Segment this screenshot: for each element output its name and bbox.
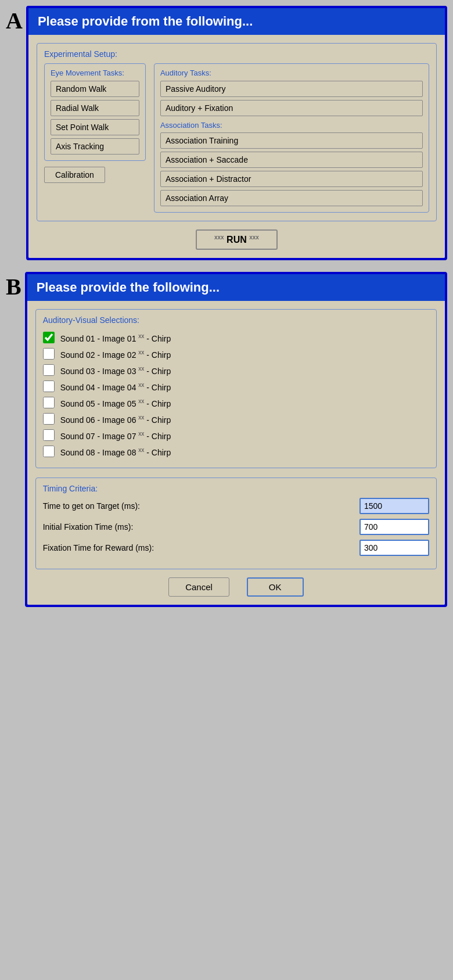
timing-label-1: Time to get on Target (ms): [43,501,359,511]
axis-tracking-button[interactable]: Axis Tracking [51,138,139,155]
association-tasks-label: Association Tasks: [160,121,423,130]
checkbox-5[interactable] [43,397,55,408]
passive-auditory-button[interactable]: Passive Auditory [160,81,423,97]
panel-a: Please provide from the following... Exp… [26,6,447,260]
timing-label-2: Initial Fixation Time (ms): [43,522,359,532]
list-item: Sound 06 - Image 06 xx - Chirp [43,411,429,427]
timing-criteria-box: Timing Criteria: Time to get on Target (… [35,478,437,569]
checkbox-7[interactable] [43,429,55,441]
timing-criteria-label: Timing Criteria: [43,484,429,493]
association-array-button[interactable]: Association Array [160,190,423,206]
auditory-association-column: Auditory Tasks: Passive Auditory Auditor… [154,63,429,213]
checkbox-4[interactable] [43,380,55,392]
av-label: Auditory-Visual Selections: [43,315,429,325]
checkbox-6[interactable] [43,413,55,425]
list-item: Sound 04 - Image 04 xx - Chirp [43,378,429,394]
checkbox-3[interactable] [43,364,55,376]
checkbox-8[interactable] [43,446,55,457]
association-training-button[interactable]: Association Training [160,132,423,149]
cancel-button[interactable]: Cancel [168,577,229,597]
timing-label-3: Fixation Time for Reward (ms): [43,543,359,552]
association-distractor-button[interactable]: Association + Distractor [160,171,423,187]
panel-a-wrapper: A Please provide from the following... E… [6,6,447,260]
run-button[interactable]: xxx RUN xxx [196,229,278,250]
run-row: xxx RUN xxx [37,229,437,250]
calibration-button[interactable]: Calibration [44,167,105,183]
timing-input-3[interactable] [359,540,429,556]
eye-tasks-label: Eye Movement Tasks: [51,69,139,77]
timing-input-1[interactable] [359,498,429,514]
checkbox-label-2: Sound 02 - Image 02 xx - Chirp [60,349,171,360]
section-letter-b: B [6,273,21,300]
checkbox-label-5: Sound 05 - Image 05 xx - Chirp [60,398,171,408]
list-item: Sound 05 - Image 05 xx - Chirp [43,394,429,411]
checkbox-label-3: Sound 03 - Image 03 xx - Chirp [60,365,171,376]
checkbox-label-4: Sound 04 - Image 04 xx - Chirp [60,382,171,392]
auditory-fixation-button[interactable]: Auditory + Fixation [160,100,423,116]
panel-b: Please provide the following... Auditory… [25,272,447,607]
list-item: Sound 01 - Image 01 xx - Chirp [43,329,429,346]
panel-b-title: Please provide the following... [37,280,220,295]
section-letter-a: A [6,7,23,34]
list-item: Sound 03 - Image 03 xx - Chirp [43,362,429,378]
timing-row-1: Time to get on Target (ms): [43,498,429,514]
run-label: RUN [227,235,247,245]
radial-walk-button[interactable]: Radial Walk [51,100,139,116]
checkbox-label-1: Sound 01 - Image 01 xx - Chirp [60,333,171,343]
experimental-setup-label: Experimental Setup: [44,49,429,59]
panel-a-body: Experimental Setup: Eye Movement Tasks: … [28,35,445,258]
bottom-button-row: Cancel OK [35,577,437,597]
panel-a-title: Please provide from the following... [38,14,253,28]
checkbox-1[interactable] [43,332,55,343]
eye-movement-tasks-column: Eye Movement Tasks: Random Walk Radial W… [44,63,146,213]
list-item: Sound 07 - Image 07 xx - Chirp [43,427,429,443]
panel-b-body: Auditory-Visual Selections: Sound 01 - I… [27,301,445,605]
random-walk-button[interactable]: Random Walk [51,81,139,97]
run-sup-left: xxx [214,234,224,240]
list-item: Sound 08 - Image 08 xx - Chirp [43,443,429,460]
list-item: Sound 02 - Image 02 xx - Chirp [43,346,429,362]
set-point-walk-button[interactable]: Set Point Walk [51,119,139,135]
timing-row-3: Fixation Time for Reward (ms): [43,540,429,556]
auditory-visual-box: Auditory-Visual Selections: Sound 01 - I… [35,309,437,468]
tasks-row: Eye Movement Tasks: Random Walk Radial W… [44,63,429,213]
panel-a-header: Please provide from the following... [28,8,445,35]
run-sup-right: xxx [249,234,259,240]
experimental-setup-box: Experimental Setup: Eye Movement Tasks: … [37,43,437,221]
checkbox-2[interactable] [43,348,55,360]
timing-input-2[interactable] [359,519,429,535]
association-saccade-button[interactable]: Association + Saccade [160,152,423,168]
ok-button[interactable]: OK [247,577,304,597]
checkbox-label-8: Sound 08 - Image 08 xx - Chirp [60,447,171,457]
calibration-row: Calibration [44,167,146,183]
checkbox-label-6: Sound 06 - Image 06 xx - Chirp [60,414,171,425]
auditory-tasks-label: Auditory Tasks: [160,69,423,77]
timing-row-2: Initial Fixation Time (ms): [43,519,429,535]
panel-b-wrapper: B Please provide the following... Audito… [6,272,447,607]
panel-b-header: Please provide the following... [27,274,445,301]
eye-tasks-box: Eye Movement Tasks: Random Walk Radial W… [44,63,146,161]
checkbox-label-7: Sound 07 - Image 07 xx - Chirp [60,430,171,441]
